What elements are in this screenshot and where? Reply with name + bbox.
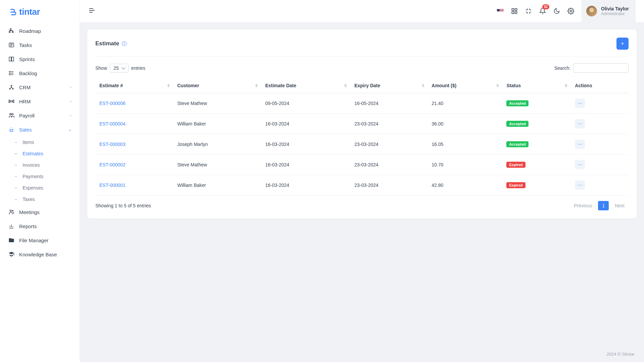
notifications-icon[interactable]: 52: [539, 8, 546, 14]
sidebar-item-backlog[interactable]: Backlog: [3, 66, 76, 80]
estimate-link[interactable]: EST-000006: [99, 101, 126, 106]
subnav-item-taxes[interactable]: Taxes: [9, 194, 76, 205]
sidebar-item-tasks[interactable]: Tasks: [3, 38, 76, 52]
cell-amount: 42.80: [428, 175, 503, 196]
logo[interactable]: tintar: [8, 7, 40, 17]
cell-expiry: 16-05-2024: [350, 93, 427, 114]
sidebar-item-roadmap[interactable]: Roadmap: [3, 24, 76, 38]
search-input[interactable]: [573, 63, 629, 73]
settings-icon[interactable]: [567, 8, 574, 14]
column-estimate-date[interactable]: Estimate Date: [261, 78, 351, 93]
svg-rect-34: [515, 9, 517, 11]
svg-point-23: [12, 113, 13, 115]
sidebar-item-sprints[interactable]: Sprints: [3, 52, 76, 66]
subnav-item-items[interactable]: Items: [9, 137, 76, 148]
status-badge: Accepted: [506, 141, 528, 147]
crm-icon: [8, 84, 14, 90]
svg-point-18: [12, 88, 13, 89]
status-badge: Expired: [506, 182, 525, 188]
chevron-right-icon: ›: [70, 85, 72, 90]
entries-label: entries: [131, 65, 145, 71]
svg-rect-36: [515, 12, 517, 14]
sort-icon: [565, 84, 567, 88]
table-row: EST-000003 Joseph Marlyn 16-03-2024 23-0…: [95, 134, 629, 155]
user-role: Administrator: [601, 11, 629, 16]
subnav-item-expenses[interactable]: Expenses: [9, 182, 76, 194]
row-actions-button[interactable]: ⋯: [575, 99, 585, 108]
user-menu[interactable]: Olivia Taylor Administrator: [582, 0, 636, 22]
files-icon: [8, 237, 14, 243]
info-icon[interactable]: i: [122, 41, 127, 46]
svg-point-17: [9, 88, 10, 89]
cell-customer: William Baker: [173, 175, 261, 196]
cell-customer: William Baker: [173, 114, 261, 134]
meetings-icon: [8, 209, 14, 215]
apps-grid-icon[interactable]: [511, 8, 518, 14]
column-estimate-[interactable]: Estimate #: [95, 78, 173, 93]
column-customer[interactable]: Customer: [173, 78, 261, 93]
sidebar-item-file-manager[interactable]: File Manager: [3, 233, 76, 247]
sales-icon: [8, 126, 14, 133]
status-badge: Accepted: [506, 100, 528, 106]
header: 52 Olivia Taylor Administrator: [80, 0, 644, 22]
row-actions-button[interactable]: ⋯: [575, 180, 585, 190]
sidebar-item-label: Backlog: [19, 70, 37, 76]
next-page-button[interactable]: Next: [611, 201, 629, 210]
entries-select[interactable]: 25: [110, 64, 129, 72]
payroll-icon: [8, 112, 14, 118]
estimate-link[interactable]: EST-000001: [99, 183, 126, 188]
footer: 2024 © Stintar: [80, 346, 644, 362]
sidebar-item-label: Sprints: [19, 56, 35, 62]
status-badge: Accepted: [506, 121, 528, 127]
sidebar-item-label: Knowledge Base: [19, 252, 57, 257]
page-title-text: Estimate: [95, 40, 119, 47]
sidebar-item-label: File Manager: [19, 238, 49, 243]
sidebar-item-payroll[interactable]: Payroll›: [3, 108, 76, 122]
row-actions-button[interactable]: ⋯: [575, 140, 585, 149]
sidebar-item-label: Tasks: [19, 42, 32, 48]
column-status[interactable]: Status: [502, 78, 571, 93]
estimate-link[interactable]: EST-000004: [99, 121, 126, 126]
dark-mode-icon[interactable]: [553, 8, 560, 14]
language-flag-icon[interactable]: [497, 8, 504, 14]
user-name: Olivia Taylor: [601, 6, 629, 11]
chevron-right-icon: ›: [70, 99, 72, 104]
sidebar-item-knowledge-base[interactable]: Knowledge Base: [3, 247, 76, 261]
show-label: Show: [95, 65, 107, 71]
cell-customer: Steve Mathew: [173, 93, 261, 114]
sidebar: tintar RoadmapTasksSprintsBacklogCRM›HRM…: [0, 0, 80, 362]
cell-date: 09-05-2024: [261, 93, 351, 114]
fullscreen-icon[interactable]: [525, 8, 532, 14]
sidebar-item-hrm[interactable]: HRM›: [3, 94, 76, 108]
row-actions-button[interactable]: ⋯: [575, 119, 585, 128]
row-actions-button[interactable]: ⋯: [575, 160, 585, 169]
sidebar-item-label: Sales: [19, 127, 32, 133]
add-estimate-button[interactable]: +: [616, 38, 629, 50]
svg-point-16: [11, 85, 12, 86]
menu-toggle-icon[interactable]: [88, 9, 96, 15]
reports-icon: [8, 223, 14, 229]
sidebar-item-sales[interactable]: Sales⌄: [3, 122, 76, 137]
logo-icon: [8, 8, 16, 16]
cell-amount: 21.40: [428, 93, 503, 114]
subnav-item-invoices[interactable]: Invoices: [9, 159, 76, 171]
page-1-button[interactable]: 1: [598, 201, 609, 210]
sidebar-item-reports[interactable]: Reports: [3, 219, 76, 233]
sidebar-item-meetings[interactable]: Meetings: [3, 205, 76, 219]
sidebar-item-crm[interactable]: CRM›: [3, 80, 76, 94]
sort-icon: [496, 84, 499, 88]
estimate-link[interactable]: EST-000003: [99, 142, 126, 147]
notification-badge: 52: [542, 4, 549, 9]
tasks-icon: [8, 42, 14, 48]
cell-date: 16-03-2024: [261, 175, 351, 196]
column-amount-[interactable]: Amount ($): [428, 78, 503, 93]
subnav-item-payments[interactable]: Payments: [9, 171, 76, 182]
knowledge-icon: [8, 251, 14, 257]
sort-icon: [255, 84, 258, 88]
estimate-link[interactable]: EST-000002: [99, 162, 126, 167]
prev-page-button[interactable]: Previous: [570, 201, 596, 210]
showing-text: Showing 1 to 5 of 5 entries: [95, 203, 151, 208]
column-expiry-date[interactable]: Expiry Date: [350, 78, 427, 93]
subnav-item-estimates[interactable]: Estimates: [9, 148, 76, 159]
table-row: EST-000001 William Baker 16-03-2024 23-0…: [95, 175, 629, 196]
